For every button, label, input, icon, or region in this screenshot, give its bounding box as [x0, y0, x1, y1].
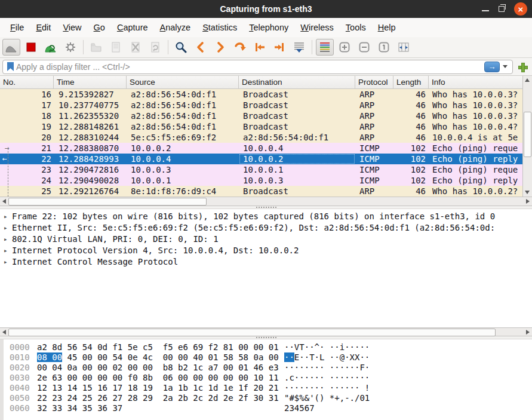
table-row[interactable]: 1710.237740775a2:8d:56:54:0d:f1Broadcast… — [0, 100, 522, 111]
table-row[interactable]: 2412.29049002810.0.0.110.0.0.3ICMP102Ech… — [0, 175, 522, 186]
minimize-icon[interactable] — [482, 10, 489, 11]
restart-capture-icon[interactable] — [42, 39, 60, 56]
detail-text: 802.1Q Virtual LAN, PRI: 0, DEI: 0, ID: … — [12, 234, 219, 245]
table-row[interactable]: 2312.29047281610.0.0.310.0.0.1ICMP102Ech… — [0, 164, 522, 175]
related-request-icon: → — [5, 143, 10, 154]
column-header-protocol[interactable]: Protocol — [355, 76, 393, 88]
main-toolbar — [0, 37, 532, 58]
splitter-grip-icon — [256, 207, 276, 208]
column-header-destination[interactable]: Destination — [239, 76, 355, 88]
expander-icon[interactable]: ▸ — [4, 234, 12, 245]
expander-icon[interactable]: ▸ — [4, 222, 12, 234]
stop-capture-icon[interactable] — [22, 39, 40, 56]
scroll-right-icon[interactable] — [524, 197, 532, 206]
reload-file-icon — [146, 39, 164, 56]
packet-list-hscrollbar[interactable] — [0, 197, 532, 206]
expander-icon[interactable]: ▸ — [4, 245, 12, 256]
hscroll-thumb[interactable] — [8, 329, 496, 336]
detail-row-icmp[interactable]: ▸Internet Control Message Protocol — [4, 256, 532, 268]
window-title: Capturing from s1-eth3 — [0, 4, 532, 14]
filter-dropdown-icon[interactable] — [503, 65, 508, 68]
detail-row-ip[interactable]: ▸Internet Protocol Version 4, Src: 10.0.… — [4, 245, 532, 256]
toolbar-separator — [83, 40, 84, 54]
table-row[interactable]: 169.215392827a2:8d:56:54:0d:f1BroadcastA… — [0, 89, 522, 100]
hex-row[interactable]: 001008 00 45 00 00 54 0e 4c 00 00 40 01 … — [10, 352, 532, 363]
go-first-packet-icon[interactable] — [251, 39, 269, 56]
menu-edit[interactable]: Edit — [30, 20, 56, 35]
menu-telephony[interactable]: Telephony — [244, 20, 294, 35]
detail-row-vlan[interactable]: ▸802.1Q Virtual LAN, PRI: 0, DEI: 0, ID:… — [4, 234, 532, 245]
menu-statistics[interactable]: Statistics — [197, 20, 242, 35]
window-controls: × — [482, 0, 527, 18]
table-row[interactable]: 2112.28838087010.0.0.210.0.0.4ICMP102Ech… — [0, 143, 522, 154]
zoom-in-icon[interactable] — [336, 39, 353, 56]
scroll-left-icon[interactable] — [0, 328, 8, 336]
menu-go[interactable]: Go — [88, 20, 110, 35]
scroll-right-icon[interactable] — [524, 328, 532, 336]
close-icon[interactable]: × — [514, 2, 527, 16]
hex-row[interactable]: 00302e 63 00 00 00 00 f0 8b 06 00 00 00 … — [10, 373, 532, 383]
zoom-out-icon[interactable] — [355, 39, 373, 56]
packet-list-vscrollbar[interactable] — [522, 76, 532, 197]
zoom-original-icon[interactable] — [375, 39, 393, 56]
detail-row-ethernet[interactable]: ▸Ethernet II, Src: 5e:c5:f5:e6:69:f2 (5e… — [4, 222, 532, 234]
save-file-icon — [107, 39, 125, 56]
auto-scroll-icon[interactable] — [290, 39, 308, 56]
scroll-down-icon[interactable] — [523, 188, 531, 197]
table-row[interactable]: 1912.288148261a2:8d:56:54:0d:f1Broadcast… — [0, 121, 522, 132]
expander-icon[interactable]: ▸ — [4, 256, 12, 268]
go-to-packet-icon[interactable] — [231, 39, 249, 56]
hscroll-thumb[interactable] — [8, 198, 207, 206]
table-row[interactable]: 2012.2883102445e:c5:f5:e6:69:f2a2:8d:56:… — [0, 132, 522, 143]
hex-offset: 0000 — [10, 342, 37, 352]
column-header-length[interactable]: Length — [393, 76, 429, 88]
related-packets-line — [8, 148, 8, 197]
go-back-icon[interactable] — [192, 39, 210, 56]
column-header-info[interactable]: Info — [429, 76, 522, 88]
menu-capture[interactable]: Capture — [112, 20, 153, 35]
menu-wireless[interactable]: Wireless — [295, 20, 339, 35]
table-row[interactable]: 2512.2921267648e:1d:f8:76:d9:c4Broadcast… — [0, 186, 522, 197]
toolbar-separator — [312, 40, 312, 54]
menu-tools[interactable]: Tools — [340, 20, 371, 35]
restore-icon[interactable] — [499, 6, 505, 12]
add-filter-button-icon[interactable] — [517, 62, 528, 72]
menu-view[interactable]: View — [57, 20, 87, 35]
hex-offset: 0060 — [10, 403, 37, 413]
expander-icon[interactable]: ▸ — [4, 211, 12, 222]
table-row-selected[interactable]: 2212.28842899310.0.0.410.0.0.2ICMP102Ech… — [0, 154, 522, 164]
menu-help[interactable]: Help — [373, 20, 401, 35]
vscroll-thumb[interactable] — [524, 112, 531, 157]
toolbar-separator — [168, 40, 168, 54]
display-filter-input[interactable] — [16, 62, 484, 72]
bookmark-icon[interactable] — [7, 62, 14, 71]
hex-row[interactable]: 006032 33 34 35 36 37234567 — [10, 403, 532, 413]
details-hscrollbar[interactable] — [0, 327, 532, 336]
hex-offset: 0020 — [10, 363, 37, 373]
detail-text: Internet Protocol Version 4, Src: 10.0.0… — [12, 245, 299, 256]
detail-text: Internet Control Message Protocol — [12, 256, 178, 268]
menu-analyze[interactable]: Analyze — [155, 20, 196, 35]
apply-filter-icon[interactable] — [484, 62, 500, 72]
scroll-up-icon[interactable] — [523, 76, 531, 84]
resize-columns-icon[interactable] — [395, 39, 413, 56]
colorize-icon[interactable] — [316, 39, 334, 56]
column-header-source[interactable]: Source — [127, 76, 239, 88]
column-header-time[interactable]: Time — [54, 76, 127, 88]
table-row[interactable]: 1811.262355320a2:8d:56:54:0d:f1Broadcast… — [0, 111, 522, 121]
start-capture-icon — [2, 39, 20, 56]
find-packet-icon[interactable] — [172, 39, 190, 56]
go-last-packet-icon[interactable] — [270, 39, 288, 56]
menu-file[interactable]: File — [5, 20, 29, 35]
detail-row-frame[interactable]: ▸Frame 22: 102 bytes on wire (816 bits),… — [4, 211, 532, 222]
column-header-no[interactable]: No. — [0, 76, 54, 88]
packet-details: ▸Frame 22: 102 bytes on wire (816 bits),… — [0, 209, 532, 327]
hex-row[interactable]: 004012 13 14 15 16 17 18 19 1a 1b 1c 1d … — [10, 383, 532, 393]
scroll-left-icon[interactable] — [0, 197, 8, 206]
go-forward-icon[interactable] — [211, 39, 229, 56]
hex-row[interactable]: 0000a2 8d 56 54 0d f1 5e c5 f5 e6 69 f2 … — [10, 342, 532, 352]
hex-row[interactable]: 002000 04 0a 00 00 02 00 00 b8 b2 1c a7 … — [10, 363, 532, 373]
detail-text: Ethernet II, Src: 5e:c5:f5:e6:69:f2 (5e:… — [12, 222, 495, 234]
capture-options-icon[interactable] — [61, 39, 79, 56]
hex-row[interactable]: 005022 23 24 25 26 27 28 29 2a 2b 2c 2d … — [10, 393, 532, 403]
